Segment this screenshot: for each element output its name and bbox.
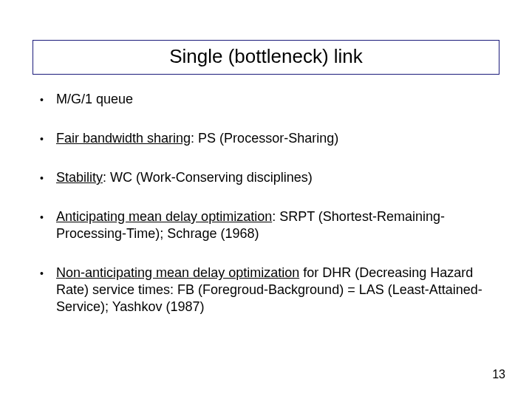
list-item: Anticipating mean delay optimization: SR… xyxy=(35,208,499,242)
list-item: Fair bandwidth sharing: PS (Processor-Sh… xyxy=(35,130,499,147)
slide: Single (bottleneck) link M/G/1 queue Fai… xyxy=(0,0,532,399)
bullet-underline: Stability xyxy=(56,170,103,185)
slide-title: Single (bottleneck) link xyxy=(41,45,491,68)
bullet-list: M/G/1 queue Fair bandwidth sharing: PS (… xyxy=(33,91,499,316)
bullet-underline: Non-anticipating mean delay optimization xyxy=(56,265,299,280)
title-box: Single (bottleneck) link xyxy=(33,40,499,75)
bullet-rest: : PS (Processor-Sharing) xyxy=(191,131,338,146)
page-number: 13 xyxy=(492,368,505,381)
bullet-text: M/G/1 queue xyxy=(56,92,133,106)
bullet-underline: Fair bandwidth sharing xyxy=(56,131,191,146)
bullet-underline: Anticipating mean delay optimization xyxy=(56,209,272,224)
list-item: M/G/1 queue xyxy=(35,91,499,108)
list-item: Non-anticipating mean delay optimization… xyxy=(35,265,499,316)
list-item: Stability: WC (Work-Conserving disciplin… xyxy=(35,169,499,186)
bullet-rest: : WC (Work-Conserving disciplines) xyxy=(103,170,313,185)
